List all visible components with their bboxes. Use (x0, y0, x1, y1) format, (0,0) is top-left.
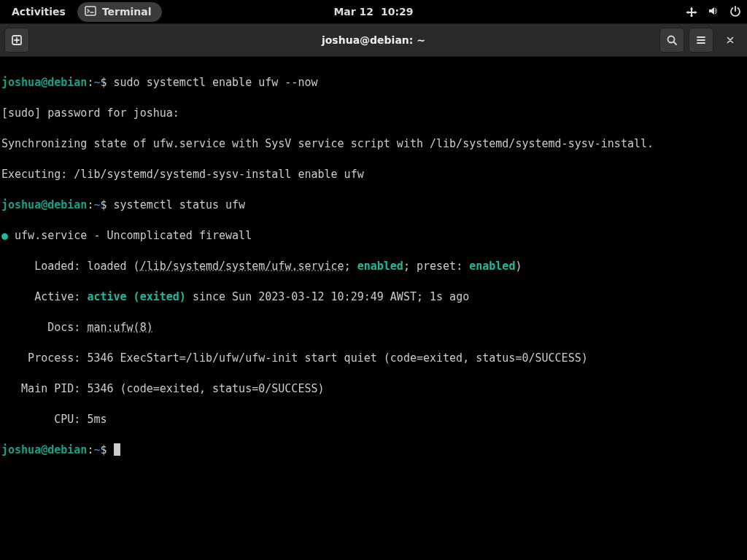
command-text: systemctl status ufw (114, 198, 246, 211)
activities-button[interactable]: Activities (6, 3, 71, 20)
terminal-headerbar: joshua@debian: ~ (0, 23, 747, 57)
loaded-sep: ; (344, 260, 357, 273)
terminal-line: Active: active (exited) since Sun 2023-0… (1, 289, 746, 305)
terminal-line: ● ufw.service - Uncomplicated firewall (1, 228, 746, 244)
app-menu-label: Terminal (102, 6, 152, 18)
terminal-line: [sudo] password for joshua: (1, 106, 746, 121)
prompt-user: joshua@debian (1, 198, 87, 211)
topbar-time: 10:29 (381, 6, 414, 18)
prompt-user: joshua@debian (1, 443, 87, 456)
prompt-dollar: $ (100, 76, 113, 89)
app-menu-button[interactable]: Terminal (77, 2, 162, 22)
active-since: since Sun 2023-03-12 10:29:49 AWST; 1s a… (186, 290, 469, 303)
topbar-left: Activities Terminal (6, 2, 162, 22)
service-header: ufw.service - Uncomplicated firewall (8, 229, 252, 242)
terminal-line: Process: 5346 ExecStart=/lib/ufw/ufw-ini… (1, 351, 746, 366)
system-tray[interactable] (686, 5, 741, 19)
service-path-link: /lib/systemd/system/ufw.service (140, 260, 344, 273)
loaded-post: ) (515, 260, 522, 273)
headerbar-left (4, 28, 29, 52)
terminal-line: Executing: /lib/systemd/systemd-sysv-ins… (1, 167, 746, 182)
topbar-date: Mar 12 (333, 6, 374, 18)
clock-button[interactable]: Mar 12 10:29 (333, 6, 413, 18)
terminal-line: Synchronizing state of ufw.service with … (1, 136, 746, 152)
loaded-preset: ; preset: (403, 260, 469, 273)
svg-point-2 (668, 36, 675, 43)
terminal-line: CPU: 5ms (1, 412, 746, 427)
volume-icon[interactable] (708, 5, 719, 19)
terminal-line: joshua@debian:~$ sudo systemctl enable u… (1, 75, 746, 90)
terminal-line: joshua@debian:~$ (1, 443, 746, 458)
command-text: sudo systemctl enable ufw --now (114, 76, 318, 89)
prompt-user: joshua@debian (1, 76, 87, 89)
terminal-line: Loaded: loaded (/lib/systemd/system/ufw.… (1, 259, 746, 274)
network-icon[interactable] (686, 5, 697, 19)
menu-button[interactable] (689, 28, 713, 52)
terminal-line: Main PID: 5346 (code=exited, status=0/SU… (1, 381, 746, 397)
svg-rect-0 (85, 7, 96, 15)
terminal-line: Docs: man:ufw(8) (1, 320, 746, 335)
active-state: active (exited) (87, 290, 185, 303)
new-tab-button[interactable] (4, 28, 29, 52)
enabled-text: enabled (357, 260, 403, 273)
terminal-line: joshua@debian:~$ systemctl status ufw (1, 198, 746, 213)
enabled-text: enabled (469, 260, 515, 273)
close-button[interactable] (718, 28, 743, 52)
docs-link: man:ufw(8) (87, 321, 152, 334)
cursor-block (114, 443, 120, 456)
status-dot-icon: ● (1, 229, 8, 242)
gnome-topbar: Activities Terminal Mar 12 10:29 (0, 0, 747, 23)
docs-pre: Docs: (1, 321, 87, 334)
terminal-icon (85, 5, 96, 19)
search-button[interactable] (659, 28, 684, 52)
prompt-dollar: $ (100, 198, 113, 211)
terminal-viewport[interactable]: joshua@debian:~$ sudo systemctl enable u… (0, 57, 747, 476)
window-title: joshua@debian: ~ (322, 34, 425, 46)
prompt-dollar: $ (100, 443, 113, 456)
power-icon[interactable] (729, 5, 741, 19)
active-pre: Active: (1, 290, 87, 303)
headerbar-right (659, 28, 743, 52)
loaded-pre: Loaded: loaded ( (1, 260, 140, 273)
